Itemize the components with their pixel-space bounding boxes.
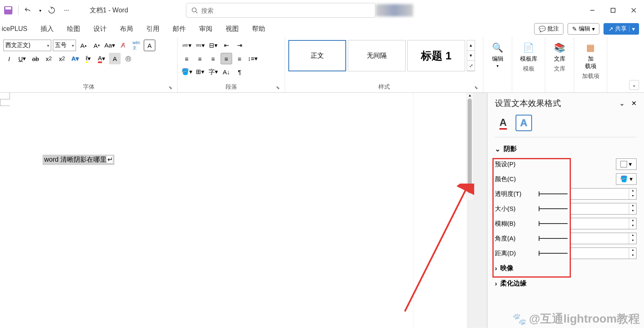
pane-options-button[interactable]: ⌄ <box>619 99 625 107</box>
asian-layout-button[interactable]: 字▾ <box>207 66 219 78</box>
justify-button[interactable]: ≡ <box>221 53 232 64</box>
superscript-button[interactable]: x2 <box>56 53 68 64</box>
document-page[interactable]: word 清晰阴影在哪里↵ <box>0 93 413 328</box>
numbering-button[interactable]: ≕▾ <box>194 40 206 51</box>
character-shading-button[interactable]: A <box>109 53 121 64</box>
share-button[interactable]: ↗ 共享▾ <box>604 23 639 35</box>
style-normal[interactable]: 正文 <box>288 40 346 71</box>
decrease-font-button[interactable]: A▾ <box>91 40 102 51</box>
enclose-characters-button[interactable]: ㊐ <box>122 53 134 64</box>
shading-button[interactable]: 🪣▾ <box>181 66 192 78</box>
comments-button[interactable]: 💬 批注 <box>534 23 563 35</box>
tab-help[interactable]: 帮助 <box>250 22 267 36</box>
scroll-up-icon[interactable]: ▴ <box>466 93 473 99</box>
color-picker[interactable]: 🪣▾ <box>616 173 637 185</box>
minimize-button[interactable] <box>582 3 603 18</box>
blur-slider[interactable] <box>539 223 568 224</box>
distance-spinner[interactable]: ▴▾ <box>570 248 637 259</box>
align-center-button[interactable]: ≡ <box>194 53 206 64</box>
text-effects-button[interactable]: A▾ <box>69 53 81 64</box>
tab-layout[interactable]: 布局 <box>118 22 135 36</box>
font-family-combo[interactable]: 西文正文)▾ <box>3 40 51 51</box>
text-fill-outline-tab[interactable]: A <box>495 115 511 131</box>
phonetic-guide-button[interactable]: wén文 <box>131 40 142 51</box>
tab-references[interactable]: 引用 <box>145 22 161 36</box>
multilevel-list-button[interactable]: ⊟▾ <box>207 40 219 51</box>
angle-slider[interactable] <box>539 238 568 239</box>
increase-indent-button[interactable]: ⇥ <box>234 40 245 51</box>
text-effects-tab[interactable]: A <box>516 115 532 131</box>
line-spacing-button[interactable]: ↕≡▾ <box>247 53 259 64</box>
style-heading1[interactable]: 标题 1 <box>407 40 465 71</box>
increase-font-button[interactable]: A▴ <box>78 40 89 51</box>
editing-find-button[interactable]: 🔍 编辑 ▾ <box>487 40 509 70</box>
addin-button[interactable]: ▦ 加 载项 <box>577 40 604 72</box>
maximize-button[interactable] <box>603 3 623 18</box>
document-area[interactable]: word 清晰阴影在哪里↵ ▴ <box>0 93 487 328</box>
highlight-button[interactable]: ℓ▾ <box>83 53 94 64</box>
tab-design[interactable]: 设计 <box>92 22 108 36</box>
font-size-combo[interactable]: 五号▾ <box>53 40 76 51</box>
transparency-slider[interactable] <box>539 193 568 194</box>
document-selected-text[interactable]: word 清晰阴影在哪里↵ <box>43 155 114 165</box>
blur-spinner[interactable]: ▴▾ <box>570 218 637 229</box>
italic-button[interactable]: I <box>3 53 15 64</box>
chevron-down-icon: ⌄ <box>495 145 500 153</box>
transparency-row: 透明度(T) ▴▾ <box>495 188 637 200</box>
clear-formatting-button[interactable]: A̸ <box>117 40 129 51</box>
transparency-spinner[interactable]: ▴▾ <box>570 188 637 200</box>
underline-button[interactable]: U▾ <box>17 53 28 64</box>
tab-iceplus[interactable]: icePLUS <box>0 23 29 35</box>
subscript-button[interactable]: x2 <box>43 53 55 64</box>
ribbon-collapse-button[interactable]: ⌄ <box>629 80 639 90</box>
redo-button[interactable] <box>45 4 58 17</box>
borders-button[interactable]: ⊞▾ <box>194 66 206 78</box>
softedge-section-header[interactable]: ›柔化边缘 <box>495 278 637 290</box>
font-group-label: 字体⬊ <box>3 82 174 92</box>
strikethrough-button[interactable]: ab <box>30 53 41 64</box>
undo-dropdown[interactable]: ▾ <box>37 4 43 17</box>
editing-mode-button[interactable]: ✎ 编辑 ▾ <box>568 23 599 35</box>
qat-customize[interactable]: ⋯ <box>60 4 73 17</box>
tab-review[interactable]: 审阅 <box>197 22 214 36</box>
size-slider[interactable] <box>539 208 568 209</box>
scroll-thumb[interactable] <box>468 99 472 193</box>
align-left-button[interactable]: ≡ <box>181 53 192 64</box>
font-size-value: 五号 <box>55 42 67 49</box>
change-case-button[interactable]: Aa▾ <box>104 40 116 51</box>
font-color-button[interactable]: A▾ <box>96 53 107 64</box>
tab-draw[interactable]: 绘图 <box>65 22 82 36</box>
angle-spinner[interactable]: ▴▾ <box>570 233 637 244</box>
font-dialog-launcher[interactable]: ⬊ <box>167 85 173 91</box>
distance-slider[interactable] <box>539 253 568 254</box>
bullets-button[interactable]: ≔▾ <box>181 40 192 51</box>
show-marks-button[interactable]: ¶ <box>234 66 245 78</box>
preset-picker[interactable]: ▾ <box>616 158 637 170</box>
search-box[interactable] <box>186 3 376 18</box>
fill-bucket-icon: 🪣 <box>620 175 628 183</box>
vertical-scrollbar[interactable]: ▴ <box>466 93 473 200</box>
wenku-button[interactable]: 📚 文库 <box>549 40 570 64</box>
template-lib-button[interactable]: 📄 模板库 <box>516 40 542 64</box>
save-button[interactable] <box>2 4 15 17</box>
size-spinner[interactable]: ▴▾ <box>570 203 637 214</box>
decrease-indent-button[interactable]: ⇤ <box>221 40 232 51</box>
tab-view[interactable]: 视图 <box>224 22 240 36</box>
paragraph-dialog-launcher[interactable]: ⬊ <box>275 85 280 91</box>
sort-button[interactable]: A↓ <box>221 66 232 78</box>
undo-button[interactable] <box>22 4 35 17</box>
character-border-button[interactable]: A <box>144 40 155 51</box>
tab-insert[interactable]: 插入 <box>39 22 55 36</box>
reflection-section-header[interactable]: ›映像 <box>495 262 637 274</box>
shadow-section-header[interactable]: ⌄阴影 <box>495 143 637 155</box>
align-right-button[interactable]: ≡ <box>207 53 219 64</box>
tab-mail[interactable]: 邮件 <box>171 22 188 36</box>
search-input[interactable] <box>201 7 371 14</box>
user-avatar[interactable] <box>376 4 413 16</box>
close-button[interactable] <box>623 3 644 18</box>
styles-scroll[interactable]: ▴▾⤢ <box>467 40 475 71</box>
styles-dialog-launcher[interactable]: ⬊ <box>473 85 479 91</box>
distributed-button[interactable]: ≡ <box>234 53 245 64</box>
style-no-spacing[interactable]: 无间隔 <box>348 40 406 71</box>
pane-close-button[interactable]: ✕ <box>631 99 637 107</box>
